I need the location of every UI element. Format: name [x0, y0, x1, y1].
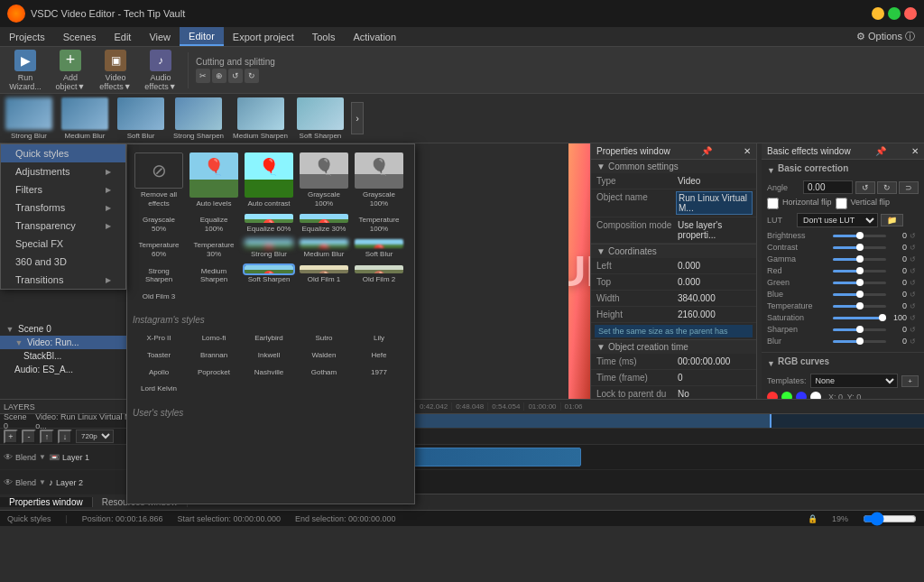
- menu-360-3d[interactable]: 360 and 3D: [1, 253, 125, 271]
- close-button[interactable]: [904, 7, 917, 20]
- lut-select[interactable]: Don't use LUT: [797, 213, 878, 227]
- horizontal-flip-check[interactable]: [767, 198, 779, 209]
- menu-tools[interactable]: Tools: [303, 27, 345, 46]
- effect-medium-sharpen-cell[interactable]: MediumSharpen: [188, 263, 240, 286]
- props-common-header[interactable]: ▼ Common settings: [591, 160, 756, 173]
- effect-auto-levels[interactable]: Auto levels: [188, 151, 240, 209]
- effect-grayscale-50[interactable]: Grayscale50%: [133, 212, 185, 235]
- effect-temperature-100[interactable]: Temperature100%: [353, 212, 405, 235]
- layer1-eye[interactable]: 👁: [4, 452, 13, 462]
- effect-old-film-3[interactable]: Old Film 3: [133, 289, 185, 303]
- toolbar-edit-btn-4[interactable]: ↻: [245, 69, 259, 83]
- effect-strong-blur[interactable]: Strong Blur: [2, 96, 56, 142]
- remove-layer-btn[interactable]: -: [22, 430, 36, 444]
- effect-walden[interactable]: Walden: [298, 347, 350, 362]
- effect-strong-sharpen[interactable]: Strong Sharpen: [170, 96, 227, 142]
- effect-temperature-30[interactable]: Temperature30%: [188, 237, 240, 260]
- brightness-reset[interactable]: ↺: [910, 232, 919, 240]
- menu-options[interactable]: ⚙ Options ⓘ: [847, 27, 924, 46]
- effect-toaster[interactable]: Toaster: [133, 347, 185, 362]
- effect-soft-blur-cell[interactable]: Soft Blur: [353, 237, 405, 260]
- effect-equalize-100[interactable]: Equalize100%: [188, 212, 240, 235]
- effect-lomofi[interactable]: Lomo-fi: [188, 330, 240, 345]
- effect-soft-blur[interactable]: Soft Blur: [114, 96, 168, 142]
- menu-view[interactable]: View: [140, 27, 180, 46]
- brightness-track[interactable]: [833, 235, 886, 237]
- resolution-select[interactable]: 720p: [76, 430, 114, 443]
- layer1-blend-arrow[interactable]: ▼: [39, 453, 46, 461]
- props-creation-header[interactable]: ▼ Object creation time: [591, 340, 756, 354]
- effect-medium-blur[interactable]: Medium Blur: [58, 96, 112, 142]
- contrast-reset[interactable]: ↺: [910, 244, 919, 252]
- blue-dot[interactable]: [796, 392, 807, 399]
- blur-track[interactable]: [833, 340, 886, 343]
- menu-transparency[interactable]: Transparency ▶: [1, 217, 125, 235]
- effect-temperature-60[interactable]: Temperature60%: [133, 237, 185, 260]
- effect-nashville[interactable]: Nashville: [243, 365, 295, 379]
- menu-edit[interactable]: Edit: [105, 27, 140, 46]
- green-reset[interactable]: ↺: [910, 279, 919, 287]
- effect-grayscale-100-2[interactable]: Grayscale100%: [353, 151, 405, 209]
- window-controls[interactable]: [872, 7, 917, 20]
- menu-transitions[interactable]: Transitions ▶: [1, 271, 125, 289]
- sharpen-reset[interactable]: ↺: [910, 326, 919, 334]
- properties-pin-icon[interactable]: 📌: [701, 146, 712, 156]
- lut-browse-btn[interactable]: 📁: [881, 214, 903, 226]
- effect-brannan[interactable]: Brannan: [188, 347, 240, 362]
- effect-soft-sharpen-cell[interactable]: Soft Sharpen: [243, 263, 295, 286]
- effect-lord-kelvin[interactable]: Lord Kelvin: [133, 381, 185, 395]
- effect-strong-sharpen-cell[interactable]: StrongSharpen: [133, 263, 185, 286]
- add-object-button[interactable]: + Addobject▼: [49, 47, 92, 94]
- maximize-button[interactable]: [888, 7, 901, 20]
- effect-equalize-30[interactable]: Equalize 30%: [298, 212, 350, 235]
- vertical-flip-check[interactable]: [836, 198, 847, 209]
- effect-lily[interactable]: Lily: [353, 330, 405, 345]
- props-coords-header[interactable]: ▼ Coordinates: [591, 245, 756, 258]
- blue-track[interactable]: [833, 293, 886, 296]
- effect-sutro[interactable]: Sutro: [298, 330, 350, 345]
- menu-filters[interactable]: Filters ▶: [1, 180, 125, 199]
- saturation-track[interactable]: [833, 317, 886, 319]
- effect-equalize-60[interactable]: Equalize 60%: [243, 212, 295, 235]
- menu-export[interactable]: Export project: [224, 27, 303, 46]
- sharpen-track[interactable]: [833, 328, 886, 331]
- video-effects-button[interactable]: ▣ Videoeffects▼: [94, 47, 137, 94]
- red-track[interactable]: [833, 270, 886, 273]
- reset-angle-btn[interactable]: ⊃: [899, 181, 919, 194]
- effect-remove-all[interactable]: ⊘ Remove alleffects: [133, 151, 185, 209]
- angle-input[interactable]: [803, 180, 853, 194]
- effect-grayscale-100-1[interactable]: Grayscale100%: [298, 151, 350, 209]
- layer2-eye[interactable]: 👁: [4, 477, 13, 487]
- effect-apollo[interactable]: Apollo: [133, 365, 185, 379]
- templates-select[interactable]: None: [810, 374, 899, 388]
- audio-effects-button[interactable]: ♪ Audioeffects▼: [139, 47, 182, 94]
- white-dot[interactable]: [810, 392, 821, 399]
- green-dot[interactable]: [781, 392, 792, 399]
- saturation-reset[interactable]: ↺: [910, 314, 919, 322]
- effect-hefe[interactable]: Hefe: [353, 347, 405, 362]
- red-reset[interactable]: ↺: [910, 267, 919, 275]
- menu-special-fx[interactable]: Special FX: [1, 235, 125, 253]
- same-size-btn[interactable]: Set the same size as the parent has: [595, 325, 753, 337]
- menu-projects[interactable]: Projects: [0, 27, 54, 46]
- effect-medium-sharpen[interactable]: Medium Sharpen: [229, 96, 291, 142]
- contrast-track[interactable]: [833, 246, 886, 249]
- effect-old-film-1[interactable]: Old Film 1: [298, 263, 350, 286]
- temperature-reset[interactable]: ↺: [910, 302, 919, 310]
- menu-adjustments[interactable]: Adjustments ▶: [1, 162, 125, 180]
- temperature-track[interactable]: [833, 305, 886, 308]
- run-wizard-button[interactable]: ▶ RunWizard...: [4, 47, 47, 94]
- minimize-button[interactable]: [872, 7, 884, 20]
- effect-1977[interactable]: 1977: [353, 365, 405, 379]
- rotate-left-btn[interactable]: ↺: [855, 181, 875, 194]
- layer2-blend-arrow[interactable]: ▼: [39, 478, 46, 486]
- menu-transforms[interactable]: Transforms ▶: [1, 199, 125, 217]
- gamma-track[interactable]: [833, 258, 886, 261]
- toolbar-edit-btn-1[interactable]: ✂: [196, 69, 210, 83]
- green-track[interactable]: [833, 282, 886, 284]
- effects-bar-scroll-right[interactable]: ›: [351, 102, 364, 134]
- properties-close-icon[interactable]: ✕: [744, 146, 751, 156]
- basic-effects-close[interactable]: ✕: [911, 146, 919, 156]
- move-down-btn[interactable]: ↓: [58, 430, 72, 444]
- menu-editor[interactable]: Editor: [180, 27, 224, 46]
